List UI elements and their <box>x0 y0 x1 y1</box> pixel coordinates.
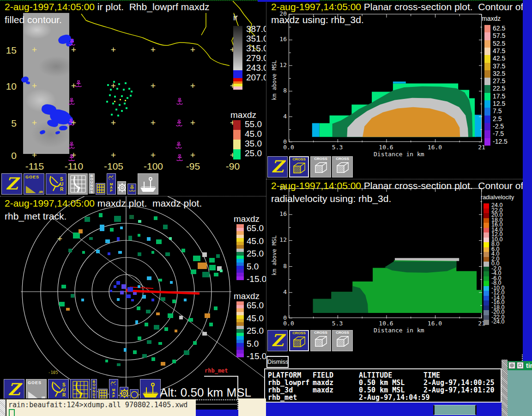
colorbar-segment <box>484 108 490 116</box>
radar-echo <box>138 234 140 237</box>
terminal-window-fragment <box>238 398 266 416</box>
lat-tick-label: 0 <box>3 150 17 161</box>
colorbar-segment <box>484 296 489 301</box>
panel-title: 2-aug-1997,14:05:00 maxdz plot. maxdz pl… <box>5 198 202 209</box>
colorbar-tick: 279.0 <box>246 53 266 63</box>
toolbar-button-cube[interactable]: CROSSSECTION <box>289 156 309 177</box>
terminal-scrollbar[interactable] <box>0 399 6 416</box>
colorbar-segment <box>233 78 242 81</box>
toolbar-button-cube[interactable]: CROSSSECTION <box>332 156 353 177</box>
lon-tick-label: -115 <box>21 161 48 172</box>
grid-mark: + <box>32 117 37 127</box>
radar-echo <box>191 269 196 274</box>
x-tick-label: 5.3 <box>326 144 349 151</box>
colorbar-label: ir <box>233 13 238 23</box>
time-window-titlebar: tim <box>508 361 532 370</box>
dismiss-button[interactable]: Dismiss <box>266 356 289 368</box>
colorbar-segment <box>236 354 244 357</box>
radar-echo <box>220 269 223 272</box>
radar-echo <box>79 229 83 233</box>
colorbar-segment <box>484 242 489 247</box>
radar-speck <box>106 101 108 103</box>
ir-colorbar: ir387.0351.0315.0279.0243.0207.0 <box>231 13 266 96</box>
radar-echo <box>138 336 141 340</box>
colorbar-segment <box>233 70 242 78</box>
colorbar-segment <box>484 271 489 276</box>
colorbar-segment <box>484 55 490 63</box>
lon-tick-label: -100 <box>139 161 167 172</box>
colorbar-tick: 52.5 <box>493 40 505 47</box>
maxdz-colorbar: maxdz62.557.552.547.542.537.532.527.522.… <box>483 14 523 153</box>
colorbar-tick: 7.5 <box>493 107 502 115</box>
window-border-stipple <box>502 360 508 416</box>
terminal-prompt: rain:beaufait:124>xdump.all 970802.1405.… <box>8 401 187 409</box>
radar-echo <box>170 281 173 284</box>
radar-echo <box>116 281 120 285</box>
buoy-icon <box>176 120 182 128</box>
radar-echo <box>151 357 155 361</box>
colorbar-tick: 12.5 <box>493 100 505 107</box>
terminal-window[interactable]: rain:beaufait:124>xdump.all 970802.1405.… <box>0 398 196 416</box>
x-axis-label: Distance in km <box>362 327 436 334</box>
toolbar-button-cube[interactable]: CROSSSECTION <box>332 330 353 351</box>
panel-maxdz-ppi: 2-aug-1997,14:05:00 maxdz plot. maxdz pl… <box>0 196 266 400</box>
panel-title-line2: filled contour. <box>5 14 62 25</box>
colorbar-tick: 25.0 <box>247 326 264 336</box>
colorbar-tick: 65.0 <box>247 300 264 311</box>
colorbar-segment <box>484 63 490 71</box>
colorbar-segment <box>484 310 489 315</box>
colorbar-segment <box>484 116 490 123</box>
table-cell: maxdz <box>313 386 333 394</box>
colorbar-segment <box>484 306 489 311</box>
buoy-icon <box>175 142 182 150</box>
radar-speck <box>130 95 132 97</box>
radar-echo <box>161 297 165 301</box>
radar-echo <box>110 228 114 232</box>
radar-echo <box>202 252 207 257</box>
colorbar-segment <box>484 300 489 306</box>
window-iconify-button[interactable] <box>517 362 524 369</box>
grid-mark: + <box>190 44 195 54</box>
panel-xsection-maxdz: 2-aug-1997,14:05:00 Planar cross-section… <box>266 0 523 179</box>
radar-echo <box>198 263 207 269</box>
xsection-plot-area <box>289 14 482 142</box>
window-menu-button[interactable] <box>508 362 515 369</box>
toolbar-button-cube[interactable]: CROSSSECTION <box>310 330 331 351</box>
radar-echo <box>172 300 176 303</box>
colorbar-tick: 22.5 <box>493 85 505 92</box>
radar-echo <box>68 249 72 252</box>
toolbar-button-zebra[interactable]: Z <box>267 330 288 351</box>
buoy-icon <box>69 39 75 47</box>
lat-tick-label: 5 <box>3 118 17 129</box>
colorbar-segment <box>484 315 489 320</box>
radar-speck <box>107 84 109 86</box>
radar-echo <box>181 249 185 252</box>
colorbar-segment <box>233 86 242 90</box>
radar-speck <box>118 83 120 85</box>
panel-title: 2-aug-1997,14:05:00 Planar cross-section… <box>271 1 523 12</box>
radar-speck <box>124 103 126 104</box>
colorbar-tick: 37.5 <box>493 62 505 70</box>
lon-tick-label: -110 <box>60 161 88 172</box>
toolbar-button-cube[interactable]: CROSSSECTION <box>310 156 331 177</box>
toolbar-button-zebra[interactable]: Z <box>267 156 288 177</box>
toolbar-button-cube[interactable]: CROSSSECTION <box>289 330 309 351</box>
radar-echo <box>59 302 65 306</box>
grid-mark: + <box>151 80 156 90</box>
y-tick-label: 16 <box>275 36 287 43</box>
colorbar-segment <box>233 130 241 140</box>
panel-title: 2-aug-1997,14:05:00 ir plot. Rhb_lowprf … <box>5 1 210 12</box>
colorbar-segment <box>484 252 489 257</box>
colorbar-label: maxdz <box>234 214 260 224</box>
colorbar-segment <box>484 208 489 214</box>
radar-speck <box>121 95 123 97</box>
radar-echo <box>117 237 120 241</box>
colorbar-segment <box>484 25 490 33</box>
radar-echo <box>158 279 162 281</box>
colorbar-tick: 45.0 <box>247 313 264 324</box>
radar-speck <box>121 110 123 112</box>
timestamp: 2-aug-1997,14:05:00 <box>5 198 95 208</box>
radar-echo <box>146 310 151 313</box>
panel-title-line2: maxdz using: rhb_3d. <box>271 14 364 25</box>
radar-echo <box>66 308 70 311</box>
